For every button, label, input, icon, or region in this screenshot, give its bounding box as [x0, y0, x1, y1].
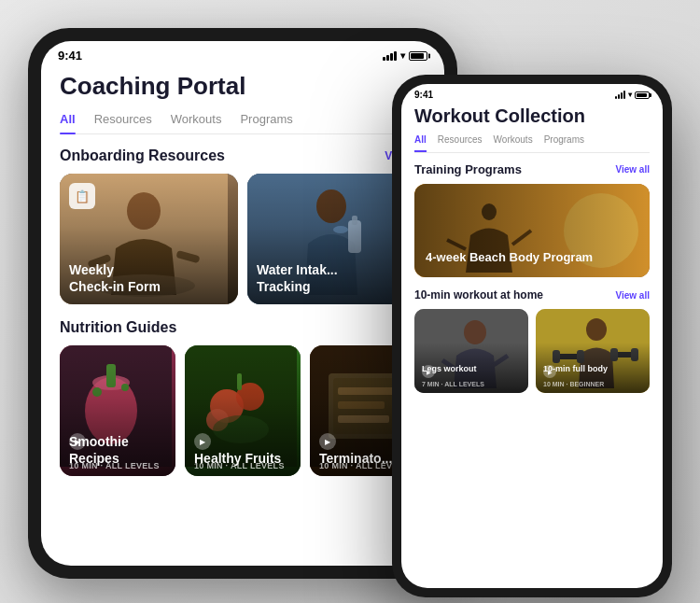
training-label: 4-week Beach Body Program	[426, 250, 593, 266]
training-view-all[interactable]: View all	[615, 164, 650, 175]
smoothie-meta: 10 MIN · ALL LEVELS	[69, 461, 160, 470]
onboarding-cards: 📋 WeeklyCheck-in Form	[60, 174, 426, 304]
legs-label: Legs workout	[422, 364, 525, 374]
onboarding-section-header: Onboarding Resources View all	[60, 147, 426, 164]
fullbody-label: 10-min full body	[543, 364, 646, 374]
back-content: Coaching Portal All Resources Workouts P…	[41, 72, 444, 476]
back-status-time: 9:41	[58, 49, 82, 63]
fruits-meta: 10 MIN · ALL LEVELS	[194, 461, 285, 470]
nutrition-title: Nutrition Guides	[60, 319, 176, 336]
card-legs[interactable]: ▶ Legs workout 7 MIN · ALL LEVELS	[414, 309, 528, 393]
front-signal-icon	[615, 91, 625, 99]
battery-icon	[409, 51, 427, 61]
legs-meta: 7 MIN · ALL LEVELS	[422, 381, 484, 387]
signal-icon	[383, 51, 397, 61]
front-battery-icon	[635, 91, 650, 99]
front-nav-tabs[interactable]: All Resources Workouts Programs	[414, 134, 650, 153]
checkin-label: WeeklyCheck-in Form	[69, 261, 229, 295]
fullbody-meta: 10 MIN · BEGINNER	[543, 381, 604, 387]
front-status-icons: ▾	[615, 91, 650, 99]
front-status-bar: 9:41 ▾	[401, 84, 663, 102]
wifi-icon: ▾	[400, 50, 405, 61]
front-wifi-icon: ▾	[628, 91, 632, 99]
training-featured-card[interactable]: 4-week Beach Body Program	[414, 184, 650, 277]
mini-cards: ▶ Legs workout 7 MIN · ALL LEVELS	[414, 309, 650, 393]
tab-all[interactable]: All	[60, 112, 76, 133]
tab-resources[interactable]: Resources	[94, 112, 152, 133]
workout-home-header: 10-min workout at home View all	[414, 288, 650, 302]
nutrition-section-header: Nutrition Guides	[60, 319, 426, 336]
checkin-icon: 📋	[69, 183, 95, 209]
front-tab-resources[interactable]: Resources	[438, 134, 483, 152]
front-tab-workouts[interactable]: Workouts	[494, 134, 533, 152]
training-programs-title: Training Programs	[414, 162, 522, 176]
training-header: Training Programs View all	[414, 162, 650, 176]
tab-workouts[interactable]: Workouts	[171, 112, 222, 133]
terminator-play[interactable]: ▶	[319, 433, 336, 450]
workout-home-title: 10-min workout at home	[414, 288, 543, 302]
onboarding-title: Onboarding Resources	[60, 147, 225, 164]
fruits-play[interactable]: ▶	[194, 433, 211, 450]
front-phone: 9:41 ▾ Workout Collection All Resources …	[392, 75, 672, 597]
workout-home-view-all[interactable]: View all	[615, 290, 650, 301]
card-fruits[interactable]: ▶ Healthy Fruits 10 MIN · ALL LEVELS	[185, 345, 301, 476]
nutrition-cards: ▶ Smoothie Recipes 10 MIN · ALL LEVELS	[60, 345, 426, 476]
back-status-bar: 9:41 ▾	[41, 41, 444, 66]
card-fullbody[interactable]: ▶ 10-min full body 10 MIN · BEGINNER	[536, 309, 650, 393]
front-tab-programs[interactable]: Programs	[544, 134, 584, 152]
front-content: Workout Collection All Resources Workout…	[401, 105, 663, 393]
tab-programs[interactable]: Programs	[240, 112, 292, 133]
card-checkin[interactable]: 📋 WeeklyCheck-in Form	[60, 174, 238, 304]
back-status-icons: ▾	[383, 50, 427, 61]
workout-collection-title: Workout Collection	[414, 105, 650, 127]
card-smoothie[interactable]: ▶ Smoothie Recipes 10 MIN · ALL LEVELS	[60, 345, 175, 476]
front-status-time: 9:41	[414, 90, 433, 100]
front-screen: 9:41 ▾ Workout Collection All Resources …	[401, 84, 663, 588]
front-tab-all[interactable]: All	[414, 134, 427, 152]
back-nav-tabs[interactable]: All Resources Workouts Programs	[60, 112, 426, 134]
back-screen: 9:41 ▾ Coaching Portal All Resources Wor…	[41, 41, 444, 566]
portal-title: Coaching Portal	[60, 72, 426, 101]
